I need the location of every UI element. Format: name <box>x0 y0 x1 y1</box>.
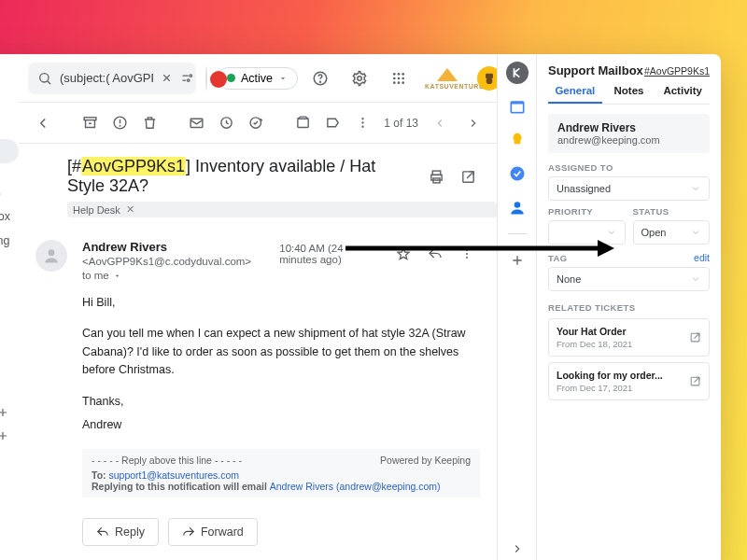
apps-grid-icon[interactable] <box>386 65 412 91</box>
rail-app-calendar[interactable] <box>506 95 529 118</box>
reply-icon-button[interactable] <box>422 241 448 267</box>
open-external-icon <box>689 331 701 343</box>
sidebar-item-mailbox[interactable]: Mailbox <box>0 204 19 229</box>
back-button[interactable] <box>30 110 56 136</box>
spam-button[interactable] <box>106 110 133 136</box>
msg-signature: Andrew <box>82 416 480 434</box>
reply-footer: - - - - - Reply above this line - - - - … <box>82 449 480 497</box>
svg-point-9 <box>393 77 396 79</box>
forward-button[interactable]: Forward <box>168 518 258 546</box>
priority-label: PRIORITY <box>548 206 626 217</box>
plus-icon <box>0 406 9 419</box>
reply-target-link[interactable]: Andrew Rivers (andrew@keeping.com) <box>270 481 441 492</box>
msg-body-text: Can you tell me when I can expect a new … <box>82 325 480 379</box>
add-task-button[interactable] <box>243 110 269 136</box>
star-button[interactable] <box>390 241 416 267</box>
close-icon[interactable]: ✕ <box>126 203 134 216</box>
move-button[interactable] <box>289 110 316 136</box>
status-filter[interactable]: Active <box>217 67 298 90</box>
panel-title: Support Mailbox <box>548 63 643 77</box>
sidebar-item-ed[interactable]: ed <box>0 139 19 163</box>
panel-ticket-link[interactable]: #AovGPP9Ks1 <box>644 65 710 77</box>
nav-sidebar: ail ed l Alias Mailbox Staging <box>0 54 19 560</box>
clear-search-icon[interactable] <box>161 72 173 84</box>
contact-email: andrew@keeping.com <box>557 134 700 146</box>
chevron-down-icon <box>690 227 701 238</box>
chevron-down-icon <box>606 227 617 238</box>
msg-signoff: Thanks, <box>82 393 480 411</box>
help-icon[interactable] <box>307 65 333 91</box>
status-selector[interactable]: Open <box>633 220 711 245</box>
snooze-button[interactable] <box>213 110 239 136</box>
reply-button[interactable]: Reply <box>82 518 159 546</box>
status-dot-icon <box>227 74 235 82</box>
main-column: Active KATSUVENTURES <box>19 54 497 560</box>
tag-edit-link[interactable]: edit <box>694 252 710 263</box>
rail-collapse-button[interactable] <box>504 536 530 560</box>
svg-point-14 <box>402 81 404 84</box>
search-input[interactable] <box>60 71 153 85</box>
panel-tabs: General Notes Activity <box>548 85 710 105</box>
caret-down-icon <box>113 272 121 280</box>
related-ticket[interactable]: Looking for my order... From Dec 17, 202… <box>548 362 710 400</box>
tab-notes[interactable]: Notes <box>602 85 656 104</box>
svg-point-16 <box>486 77 493 84</box>
svg-rect-36 <box>512 105 523 112</box>
message-toolbar: 1 of 13 <box>19 103 497 144</box>
subject-text: [#AovGPP9Ks1] Inventory available / Hat … <box>67 157 407 196</box>
sidebar-item-staging[interactable]: Staging <box>0 229 19 253</box>
add-button-1[interactable] <box>0 402 19 426</box>
assigned-label: ASSIGNED TO <box>548 162 710 173</box>
tune-icon[interactable] <box>180 71 194 85</box>
delete-button[interactable] <box>136 110 162 136</box>
rail-app-keep[interactable] <box>506 129 529 151</box>
add-button-2[interactable] <box>0 426 19 449</box>
svg-point-26 <box>361 126 363 128</box>
svg-point-10 <box>398 77 401 79</box>
labels-button[interactable] <box>319 110 345 136</box>
svg-point-19 <box>120 125 120 126</box>
open-new-button[interactable] <box>458 163 480 189</box>
open-external-icon <box>689 375 701 387</box>
priority-selector[interactable] <box>548 220 626 245</box>
settings-icon[interactable] <box>346 65 373 91</box>
svg-point-7 <box>398 73 401 76</box>
pager-next[interactable] <box>461 111 486 135</box>
notification-badge[interactable] <box>205 66 207 91</box>
tab-general[interactable]: General <box>548 85 602 104</box>
rail-app-keeping[interactable] <box>506 62 529 84</box>
svg-point-4 <box>320 81 321 82</box>
search-icon <box>37 71 52 86</box>
svg-point-5 <box>358 76 362 80</box>
message-time: 10:40 AM (24 minutes ago) <box>279 243 374 265</box>
tag-selector[interactable]: None <box>548 267 710 291</box>
plus-icon <box>0 429 9 442</box>
search-box[interactable] <box>28 63 196 94</box>
pager-prev[interactable] <box>428 111 452 135</box>
rail-app-contacts[interactable] <box>506 196 529 218</box>
svg-point-33 <box>466 253 468 255</box>
assigned-selector[interactable]: Unassigned <box>548 176 710 201</box>
more-button[interactable] <box>349 110 375 136</box>
message-header: Andrew Rivers <AovGPP9Ks1@c.codyduval.co… <box>82 240 480 268</box>
pager: 1 of 13 <box>384 111 486 135</box>
chevron-down-icon <box>690 183 701 194</box>
app-rail <box>497 54 536 560</box>
status-label: STATUS <box>633 206 711 217</box>
to-email-link[interactable]: support1@katsuventures.com <box>108 469 239 481</box>
org-logo[interactable]: KATSUVENTURES <box>425 66 497 91</box>
msg-more-button[interactable] <box>454 241 480 267</box>
mark-unread-button[interactable] <box>183 110 209 136</box>
related-ticket[interactable]: Your Hat Order From Dec 18, 2021 <box>548 318 710 357</box>
avatar[interactable] <box>477 66 497 91</box>
sidebar-item-alias[interactable]: l Alias <box>0 180 19 204</box>
recipient-line[interactable]: to me <box>82 270 480 281</box>
rail-app-tasks[interactable] <box>506 162 529 185</box>
tab-activity[interactable]: Activity <box>655 85 710 104</box>
rail-add-button[interactable] <box>506 249 529 272</box>
archive-button[interactable] <box>77 110 103 136</box>
svg-rect-20 <box>190 119 203 127</box>
label-chip[interactable]: Help Desk ✕ <box>67 202 497 217</box>
print-button[interactable] <box>426 163 448 189</box>
svg-point-37 <box>510 167 524 181</box>
